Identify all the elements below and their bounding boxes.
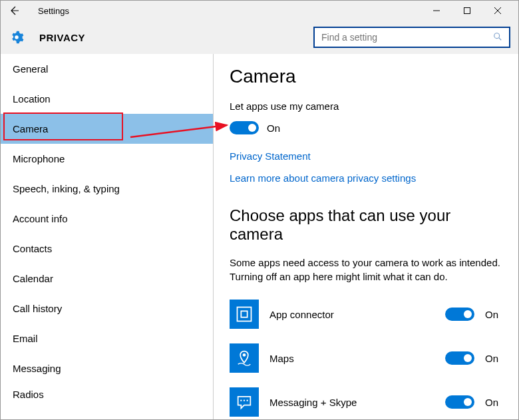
sidebar-item-label: Messaging bbox=[13, 363, 61, 374]
search-icon bbox=[493, 32, 502, 43]
maps-icon bbox=[230, 343, 259, 373]
app-toggle[interactable] bbox=[445, 351, 474, 365]
sidebar-item-label: Camera bbox=[13, 123, 48, 134]
back-arrow-icon bbox=[9, 5, 19, 16]
main-content: Camera Let apps use my camera On Privacy… bbox=[214, 54, 518, 419]
svg-point-4 bbox=[15, 35, 19, 39]
gear-icon bbox=[9, 29, 25, 45]
sidebar-item-account-info[interactable]: Account info bbox=[1, 204, 213, 234]
app-row: App connector On bbox=[230, 300, 502, 329]
sidebar-item-microphone[interactable]: Microphone bbox=[1, 144, 213, 174]
sidebar: General Location Camera Microphone Speec… bbox=[1, 54, 214, 419]
back-button[interactable] bbox=[6, 3, 22, 19]
sidebar-item-label: Email bbox=[13, 333, 38, 344]
close-icon bbox=[494, 7, 501, 14]
svg-point-5 bbox=[494, 33, 500, 38]
sidebar-item-location[interactable]: Location bbox=[1, 84, 213, 114]
page-heading: Camera bbox=[230, 66, 502, 87]
app-name: App connector bbox=[269, 309, 434, 320]
svg-point-12 bbox=[247, 400, 248, 401]
sidebar-item-label: General bbox=[13, 63, 48, 75]
sidebar-item-label: Radios bbox=[13, 389, 44, 400]
close-button[interactable] bbox=[482, 1, 513, 21]
choose-apps-heading: Choose apps that can use your camera bbox=[230, 206, 502, 244]
titlebar: Settings bbox=[1, 1, 518, 21]
sidebar-item-label: Speech, inking, & typing bbox=[13, 183, 120, 194]
sidebar-item-radios[interactable]: Radios bbox=[1, 383, 213, 401]
sidebar-item-label: Account info bbox=[13, 213, 68, 224]
category-title: PRIVACY bbox=[39, 32, 85, 43]
svg-rect-7 bbox=[238, 308, 252, 321]
svg-rect-1 bbox=[464, 8, 470, 14]
sidebar-item-label: Call history bbox=[13, 303, 62, 314]
app-state: On bbox=[485, 309, 502, 320]
allow-apps-toggle[interactable] bbox=[230, 121, 259, 134]
svg-rect-8 bbox=[241, 311, 247, 317]
app-state: On bbox=[485, 397, 502, 408]
sidebar-item-camera[interactable]: Camera bbox=[1, 114, 213, 144]
sidebar-item-email[interactable]: Email bbox=[1, 323, 213, 353]
sidebar-item-speech[interactable]: Speech, inking, & typing bbox=[1, 174, 213, 204]
maximize-button[interactable] bbox=[452, 1, 482, 21]
allow-apps-state: On bbox=[267, 122, 280, 134]
learn-more-link[interactable]: Learn more about camera privacy settings bbox=[230, 172, 502, 184]
minimize-button[interactable] bbox=[421, 1, 452, 21]
app-toggle[interactable] bbox=[445, 395, 474, 409]
sidebar-item-contacts[interactable]: Contacts bbox=[1, 234, 213, 264]
allow-apps-label: Let apps use my camera bbox=[230, 101, 502, 112]
sidebar-item-label: Microphone bbox=[13, 153, 65, 164]
app-row: Messaging + Skype On bbox=[230, 387, 502, 417]
sidebar-item-calendar[interactable]: Calendar bbox=[1, 264, 213, 294]
app-state: On bbox=[485, 353, 502, 364]
choose-apps-desc: Some apps need access to your camera to … bbox=[230, 256, 502, 284]
sidebar-item-messaging[interactable]: Messaging bbox=[1, 353, 213, 383]
search-box[interactable] bbox=[313, 27, 510, 48]
svg-line-6 bbox=[499, 37, 502, 40]
minimize-icon bbox=[433, 7, 440, 14]
messaging-icon bbox=[230, 387, 259, 417]
sidebar-item-label: Location bbox=[13, 93, 51, 105]
sidebar-item-label: Calendar bbox=[13, 273, 53, 284]
app-connector-icon bbox=[230, 300, 259, 329]
svg-point-10 bbox=[240, 400, 242, 401]
window-controls bbox=[421, 1, 513, 21]
maximize-icon bbox=[464, 7, 470, 14]
privacy-statement-link[interactable]: Privacy Statement bbox=[230, 150, 502, 162]
app-toggle[interactable] bbox=[445, 308, 474, 321]
window-title: Settings bbox=[38, 6, 69, 16]
svg-point-11 bbox=[244, 400, 245, 401]
app-row: Maps On bbox=[230, 343, 502, 373]
app-name: Messaging + Skype bbox=[269, 397, 434, 408]
sidebar-item-general[interactable]: General bbox=[1, 54, 213, 84]
app-name: Maps bbox=[269, 353, 434, 364]
svg-point-9 bbox=[243, 353, 246, 357]
sidebar-item-call-history[interactable]: Call history bbox=[1, 294, 213, 323]
search-input[interactable] bbox=[321, 32, 493, 43]
sidebar-item-label: Contacts bbox=[13, 243, 52, 254]
header: PRIVACY bbox=[1, 21, 518, 54]
